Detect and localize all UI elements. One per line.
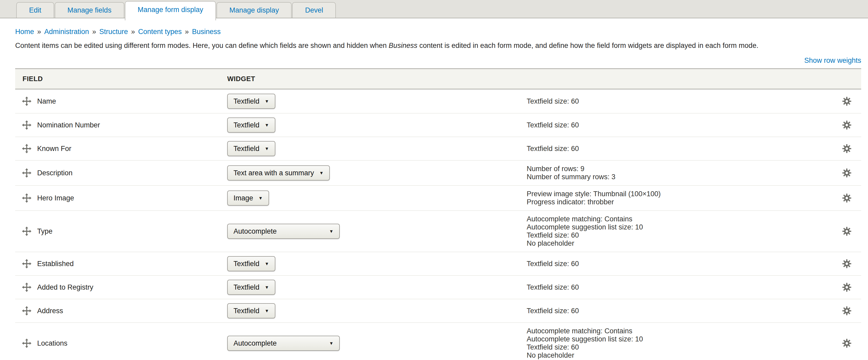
- settings-gear-button[interactable]: [841, 143, 852, 154]
- drag-handle-icon[interactable]: [22, 120, 31, 130]
- widget-select-value: Autocomplete: [234, 339, 277, 348]
- widget-select[interactable]: Textfield ▼: [227, 280, 275, 295]
- table-row: Locations Autocomplete ▼ Autocomplete ma…: [15, 322, 861, 360]
- settings-gear-button[interactable]: [841, 192, 852, 204]
- settings-gear-button[interactable]: [841, 167, 852, 179]
- chevron-down-icon: ▼: [265, 99, 269, 104]
- widget-summary: Textfield size: 60: [527, 117, 832, 133]
- drag-handle-icon[interactable]: [22, 259, 31, 268]
- widget-summary-line: Textfield size: 60: [527, 260, 832, 268]
- widget-summary-line: Number of rows: 9: [527, 165, 832, 173]
- widget-select-value: Image: [234, 194, 253, 202]
- drag-handle-icon[interactable]: [22, 338, 31, 348]
- drag-handle-icon[interactable]: [22, 193, 31, 203]
- chevron-down-icon: ▼: [265, 146, 269, 151]
- widget-summary: Textfield size: 60: [527, 140, 832, 157]
- breadcrumb-link[interactable]: Home: [15, 28, 34, 36]
- field-label: Known For: [37, 145, 71, 153]
- widget-summary-line: Preview image style: Thumbnail (100×100): [527, 190, 832, 198]
- widget-summary-line: Textfield size: 60: [527, 121, 832, 129]
- field-label: Name: [37, 97, 56, 105]
- chevron-down-icon: ▼: [319, 171, 324, 175]
- widget-select[interactable]: Textfield ▼: [227, 94, 275, 109]
- row-weights-toggle-row: Show row weights: [15, 57, 861, 65]
- chevron-down-icon: ▼: [265, 262, 269, 266]
- widget-summary-line: No placeholder: [527, 239, 832, 248]
- chevron-down-icon: ▼: [265, 123, 269, 127]
- widget-select[interactable]: Textfield ▼: [227, 141, 275, 156]
- settings-gear-button[interactable]: [841, 337, 852, 349]
- chevron-down-icon: ▼: [329, 229, 334, 234]
- field-label: Established: [37, 260, 74, 268]
- widget-summary: Autocomplete matching: ContainsAutocompl…: [527, 211, 832, 252]
- field-column-header: FIELD: [15, 75, 227, 83]
- settings-gear-button[interactable]: [841, 305, 852, 317]
- widget-summary: Preview image style: Thumbnail (100×100)…: [527, 186, 832, 210]
- tab-manage-display[interactable]: Manage display: [216, 2, 291, 18]
- breadcrumb-separator: »: [37, 28, 41, 36]
- chevron-down-icon: ▼: [265, 285, 269, 290]
- settings-gear-button[interactable]: [841, 226, 852, 237]
- settings-gear-button[interactable]: [841, 282, 852, 293]
- field-label: Address: [37, 307, 63, 315]
- widget-summary: Textfield size: 60: [527, 303, 832, 319]
- field-label: Nomination Number: [37, 121, 100, 129]
- widget-summary: Number of rows: 9Number of summary rows:…: [527, 161, 832, 185]
- breadcrumb-link[interactable]: Structure: [99, 28, 128, 36]
- widget-summary-line: Autocomplete suggestion list size: 10: [527, 223, 832, 231]
- widget-summary: Textfield size: 60: [527, 256, 832, 272]
- breadcrumb-link[interactable]: Business: [192, 28, 221, 36]
- content-type-name: Business: [389, 42, 417, 50]
- breadcrumb-separator: »: [131, 28, 135, 36]
- widget-summary: Autocomplete matching: ContainsAutocompl…: [527, 323, 832, 360]
- drag-handle-icon[interactable]: [22, 144, 31, 153]
- widget-summary-line: Progress indicator: throbber: [527, 198, 832, 206]
- tab-manage-fields[interactable]: Manage fields: [55, 2, 124, 18]
- drag-handle-icon[interactable]: [22, 97, 31, 106]
- tab-manage-form-display[interactable]: Manage form display: [125, 1, 216, 21]
- drag-handle-icon[interactable]: [22, 283, 31, 292]
- field-label: Hero Image: [37, 194, 74, 202]
- page-description-text: Content items can be edited using differ…: [15, 42, 389, 50]
- widget-select[interactable]: Textfield ▼: [227, 118, 275, 133]
- table-body: Name Textfield ▼ Textfield size: 60: [15, 90, 861, 360]
- breadcrumb-link[interactable]: Administration: [44, 28, 89, 36]
- widget-summary-line: No placeholder: [527, 351, 832, 359]
- drag-handle-icon[interactable]: [22, 306, 31, 316]
- widget-summary-line: Textfield size: 60: [527, 307, 832, 315]
- chevron-down-icon: ▼: [258, 196, 263, 200]
- table-row: Hero Image Image ▼ Preview image style: …: [15, 185, 861, 210]
- drag-handle-icon[interactable]: [22, 227, 31, 236]
- tab-devel[interactable]: Devel: [292, 2, 336, 18]
- table-row: Type Autocomplete ▼ Autocomplete matchin…: [15, 210, 861, 252]
- table-row: Name Textfield ▼ Textfield size: 60: [15, 90, 861, 113]
- tab-edit[interactable]: Edit: [16, 2, 54, 18]
- widget-select[interactable]: Text area with a summary ▼: [227, 165, 330, 181]
- field-label: Description: [37, 169, 72, 177]
- widget-summary-line: Textfield size: 60: [527, 231, 832, 239]
- chevron-down-icon: ▼: [329, 341, 334, 346]
- widget-select[interactable]: Autocomplete ▼: [227, 224, 340, 239]
- widget-select-value: Text area with a summary: [234, 169, 314, 177]
- breadcrumb-link[interactable]: Content types: [138, 28, 182, 36]
- field-label: Locations: [37, 339, 67, 348]
- widget-summary-line: Autocomplete matching: Contains: [527, 327, 832, 335]
- widget-summary-line: Textfield size: 60: [527, 283, 832, 291]
- widget-summary-line: Autocomplete suggestion list size: 10: [527, 335, 832, 343]
- widget-summary: Textfield size: 60: [527, 93, 832, 110]
- primary-tab-bar: EditManage fieldsManage form displayMana…: [0, 0, 868, 18]
- settings-gear-button[interactable]: [841, 96, 852, 107]
- widget-select[interactable]: Autocomplete ▼: [227, 336, 340, 351]
- show-row-weights-link[interactable]: Show row weights: [804, 57, 861, 64]
- settings-gear-button[interactable]: [841, 258, 852, 269]
- widget-select-value: Textfield: [234, 121, 259, 129]
- breadcrumb-separator: »: [185, 28, 189, 36]
- drag-handle-icon[interactable]: [22, 168, 31, 178]
- form-display-table: FIELD WIDGET Name: [15, 68, 861, 360]
- widget-select[interactable]: Textfield ▼: [227, 256, 275, 271]
- widget-summary-line: Number of summary rows: 3: [527, 173, 832, 181]
- widget-select[interactable]: Textfield ▼: [227, 303, 275, 318]
- breadcrumb-separator: »: [92, 28, 96, 36]
- settings-gear-button[interactable]: [841, 119, 852, 131]
- widget-select[interactable]: Image ▼: [227, 191, 269, 206]
